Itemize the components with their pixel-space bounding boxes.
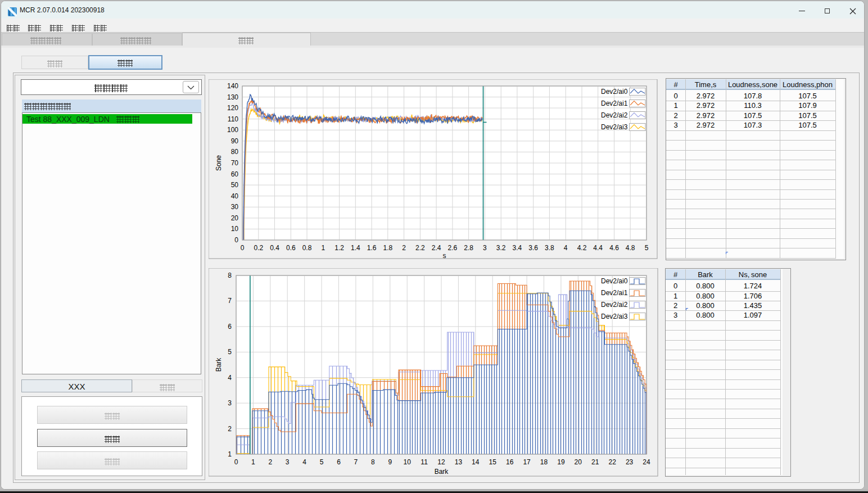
svg-text:18: 18 [540,458,548,466]
svg-text:Dev2/ai0: Dev2/ai0 [601,277,628,285]
svg-text:30: 30 [231,203,239,211]
svg-text:19: 19 [557,458,565,466]
svg-text:13: 13 [455,458,463,466]
svg-text:6: 6 [337,458,341,466]
svg-text:4.2: 4.2 [577,244,587,252]
svg-text:3.6: 3.6 [528,244,538,252]
svg-text:4.6: 4.6 [609,244,619,252]
svg-text:8: 8 [371,458,375,466]
svg-text:3: 3 [228,399,232,407]
svg-text:Dev2/ai3: Dev2/ai3 [601,313,628,320]
svg-text:11: 11 [421,458,428,466]
svg-text:21: 21 [591,458,599,466]
svg-text:s: s [443,252,446,259]
svg-text:0: 0 [234,458,238,466]
svg-text:5: 5 [228,348,232,356]
svg-text:90: 90 [231,137,239,145]
svg-text:0: 0 [234,236,238,244]
svg-text:4.8: 4.8 [626,244,635,252]
svg-text:2.8: 2.8 [464,244,473,252]
svg-text:1.4: 1.4 [351,244,360,252]
svg-text:100: 100 [227,126,238,134]
svg-text:7: 7 [354,458,358,466]
svg-text:10: 10 [231,225,239,233]
svg-text:8: 8 [228,272,232,279]
svg-text:0: 0 [241,244,245,252]
svg-text:5: 5 [645,244,649,252]
svg-text:20: 20 [231,214,239,222]
svg-text:130: 130 [227,93,238,101]
svg-text:12: 12 [437,458,445,466]
svg-text:7: 7 [228,297,232,305]
svg-text:0.6: 0.6 [286,244,296,252]
svg-text:23: 23 [626,458,634,466]
svg-text:50: 50 [231,181,239,189]
svg-text:4: 4 [228,374,232,382]
svg-text:3: 3 [286,458,290,466]
svg-text:3.2: 3.2 [496,244,506,252]
svg-text:9: 9 [388,458,392,466]
svg-text:4: 4 [564,244,568,252]
svg-text:0.4: 0.4 [270,244,279,252]
svg-text:Sone: Sone [215,155,223,171]
svg-text:0.8: 0.8 [302,244,312,252]
svg-text:140: 140 [227,82,238,90]
svg-text:3: 3 [483,244,487,252]
svg-text:70: 70 [231,159,239,167]
svg-text:3.8: 3.8 [545,244,554,252]
svg-text:2.2: 2.2 [415,244,425,252]
svg-text:110: 110 [228,115,238,123]
svg-text:1: 1 [251,458,255,466]
svg-text:2.6: 2.6 [448,244,458,252]
svg-text:Dev2/ai2: Dev2/ai2 [601,301,628,309]
svg-text:4.4: 4.4 [593,244,603,252]
svg-text:120: 120 [227,104,238,112]
svg-text:1.8: 1.8 [383,244,392,252]
svg-text:4: 4 [302,458,306,466]
svg-text:20: 20 [575,458,582,466]
svg-text:2: 2 [228,425,232,433]
svg-text:1: 1 [228,450,232,458]
svg-text:2: 2 [268,458,272,466]
svg-text:Dev2/ai3: Dev2/ai3 [601,123,628,131]
svg-text:1.6: 1.6 [367,244,377,252]
svg-text:17: 17 [523,458,531,466]
svg-text:0.2: 0.2 [254,244,263,252]
svg-text:14: 14 [472,458,480,466]
svg-text:1.2: 1.2 [334,244,344,252]
svg-text:Bark: Bark [215,358,223,372]
svg-text:2: 2 [402,244,406,252]
svg-text:6: 6 [228,323,232,331]
svg-text:10: 10 [404,458,412,466]
svg-text:3.4: 3.4 [513,244,522,252]
svg-text:Dev2/ai1: Dev2/ai1 [601,289,628,297]
svg-text:60: 60 [231,170,239,178]
svg-text:22: 22 [609,458,617,466]
svg-text:40: 40 [231,192,239,200]
svg-text:Dev2/ai0: Dev2/ai0 [601,88,628,96]
svg-text:Bark: Bark [435,468,449,476]
svg-text:5: 5 [320,458,324,466]
svg-text:2.4: 2.4 [432,244,441,252]
svg-text:Dev2/ai2: Dev2/ai2 [601,111,628,119]
svg-text:24: 24 [643,458,650,466]
svg-text:1: 1 [321,244,325,252]
svg-text:Dev2/ai1: Dev2/ai1 [601,99,628,107]
svg-text:80: 80 [231,148,239,156]
svg-text:15: 15 [489,458,497,466]
svg-text:16: 16 [506,458,514,466]
